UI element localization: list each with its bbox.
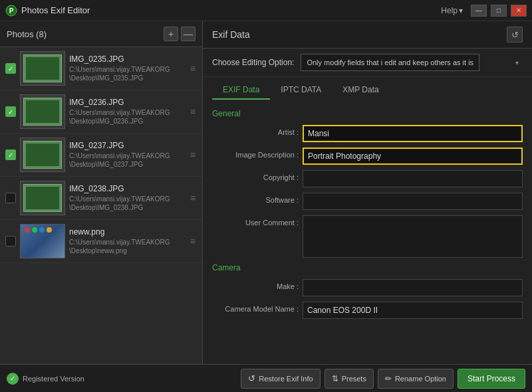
presets-button[interactable]: ⇅ Presets (325, 369, 374, 389)
list-item[interactable]: ✓ IMG_0237.JPG C:\Users\mansi.vijay.TWEA… (0, 134, 202, 177)
photo-menu-3[interactable]: ≡ (189, 149, 197, 160)
photo-menu-1[interactable]: ≡ (189, 63, 197, 74)
section-general-title: General (212, 109, 523, 118)
photo-checkbox-5[interactable] (5, 236, 16, 246)
software-input[interactable] (303, 193, 523, 210)
photos-header: Photos (8) + — (0, 21, 202, 47)
restore-icon: ↺ (248, 373, 255, 383)
image-desc-label: Image Description : (212, 147, 299, 159)
photo-name-3: IMG_0237.JPG (69, 141, 185, 150)
right-panel: Exif Data ↺ Choose Editing Option: Only … (203, 21, 532, 364)
photo-menu-5[interactable]: ≡ (189, 236, 197, 246)
list-item[interactable]: ✓ IMG_0235.JPG C:\Users\mansi.vijay.TWEA… (0, 47, 202, 90)
editing-option-select[interactable]: Only modify fields that i edit and keep … (301, 54, 479, 71)
app-title: Photos Exif Editor (21, 5, 90, 15)
status-text: Registered Version (23, 375, 84, 383)
list-item[interactable]: IMG_0238.JPG C:\Users\mansi.vijay.TWEAKO… (0, 177, 202, 220)
artist-row: Artist : (212, 125, 523, 142)
left-panel: Photos (8) + — ✓ IMG_0235.JPG C:\Users\m… (0, 21, 203, 364)
make-label: Make : (212, 279, 299, 290)
editing-option-label: Choose Editing Option: (212, 58, 294, 67)
artist-input[interactable] (303, 125, 523, 142)
copyright-label: Copyright : (212, 170, 299, 181)
list-item[interactable]: neww.png C:\Users\mansi.vijay.TWEAKORG\D… (0, 220, 202, 263)
restore-exif-button[interactable]: ↺ Restore Exif Info (241, 369, 320, 389)
app-icon: P (5, 5, 17, 17)
camera-model-input[interactable] (303, 302, 523, 319)
photo-menu-4[interactable]: ≡ (189, 193, 197, 203)
exif-header: Exif Data ↺ (203, 21, 532, 49)
window-controls: — □ ✕ (471, 5, 527, 17)
tab-xmp-data[interactable]: XMP Data (332, 81, 389, 100)
photo-info-1: IMG_0235.JPG C:\Users\mansi.vijay.TWEAKO… (69, 54, 185, 82)
close-button[interactable]: ✕ (511, 5, 527, 17)
photo-thumbnail-4 (20, 181, 65, 215)
photo-thumbnail-5 (20, 224, 65, 258)
software-label: Software : (212, 193, 299, 204)
photo-path-2: C:\Users\mansi.vijay.TWEAKORG\Desktop\IM… (69, 108, 185, 126)
photo-thumbnail-1 (20, 51, 65, 86)
list-item[interactable]: ✓ IMG_0236.JPG C:\Users\mansi.vijay.TWEA… (0, 90, 202, 134)
photo-thumbnail-2 (20, 94, 65, 129)
presets-icon: ⇅ (332, 374, 338, 383)
photo-checkbox-4[interactable] (5, 193, 16, 203)
photo-path-3: C:\Users\mansi.vijay.TWEAKORG\Desktop\IM… (69, 151, 185, 169)
copyright-row: Copyright : (212, 170, 523, 187)
svg-text:P: P (9, 7, 14, 15)
user-comment-row: User Comment : (212, 215, 523, 258)
minimize-button[interactable]: — (471, 5, 487, 17)
photo-info-3: IMG_0237.JPG C:\Users\mansi.vijay.TWEAKO… (69, 141, 185, 169)
editing-option-wrapper: Only modify fields that i edit and keep … (301, 54, 523, 71)
photo-checkbox-1[interactable]: ✓ (5, 63, 16, 74)
title-bar-left: P Photos Exif Editor (5, 5, 90, 17)
title-bar-right: Help ▾ — □ ✕ (441, 5, 527, 17)
photos-header-btns: + — (164, 27, 196, 41)
rename-icon: ✏ (385, 374, 392, 383)
photo-menu-2[interactable]: ≡ (189, 106, 197, 117)
add-photo-button[interactable]: + (164, 27, 178, 41)
photo-thumbnail-3 (20, 138, 65, 172)
make-input[interactable] (303, 279, 523, 296)
tab-iptc-data[interactable]: IPTC DATA (270, 81, 332, 100)
photo-name-1: IMG_0235.JPG (69, 54, 185, 64)
editing-option-row: Choose Editing Option: Only modify field… (203, 49, 532, 77)
photos-count: Photos (8) (7, 29, 47, 39)
make-row: Make : (212, 279, 523, 296)
help-button[interactable]: Help ▾ (441, 6, 463, 15)
maximize-button[interactable]: □ (491, 5, 507, 17)
registered-icon: ✓ (7, 373, 19, 385)
status-area: ✓ Registered Version (7, 373, 237, 385)
camera-model-label: Camera Model Name : (212, 302, 299, 313)
main-layout: Photos (8) + — ✓ IMG_0235.JPG C:\Users\m… (0, 21, 532, 364)
photo-info-4: IMG_0238.JPG C:\Users\mansi.vijay.TWEAKO… (69, 184, 185, 212)
photo-checkbox-2[interactable]: ✓ (5, 106, 16, 117)
photo-name-2: IMG_0236.JPG (69, 98, 185, 107)
refresh-button[interactable]: ↺ (507, 27, 523, 43)
photo-path-1: C:\Users\mansi.vijay.TWEAKORG\Desktop\IM… (69, 65, 185, 82)
title-bar: P Photos Exif Editor Help ▾ — □ ✕ (0, 0, 532, 21)
user-comment-label: User Comment : (212, 215, 299, 227)
photo-path-5: C:\Users\mansi.vijay.TWEAKORG\Desktop\ne… (69, 238, 185, 255)
copyright-input[interactable] (303, 170, 523, 187)
restore-label: Restore Exif Info (259, 375, 313, 383)
exif-title: Exif Data (212, 29, 250, 40)
artist-label: Artist : (212, 125, 299, 136)
photo-path-4: C:\Users\mansi.vijay.TWEAKORG\Desktop\IM… (69, 195, 185, 212)
photo-list: ✓ IMG_0235.JPG C:\Users\mansi.vijay.TWEA… (0, 47, 202, 364)
select-arrow-icon: ▾ (515, 59, 519, 66)
form-area: General Artist : Image Description : Cop… (203, 100, 532, 364)
image-description-input[interactable] (303, 147, 523, 165)
rename-option-button[interactable]: ✏ Rename Option (378, 369, 454, 389)
photo-checkbox-3[interactable]: ✓ (5, 149, 16, 160)
remove-photo-button[interactable]: — (181, 27, 196, 41)
camera-model-row: Camera Model Name : (212, 302, 523, 319)
user-comment-input[interactable] (303, 215, 523, 258)
software-row: Software : (212, 193, 523, 210)
photo-info-5: neww.png C:\Users\mansi.vijay.TWEAKORG\D… (69, 227, 185, 255)
start-process-button[interactable]: Start Process (458, 369, 525, 389)
photo-info-2: IMG_0236.JPG C:\Users\mansi.vijay.TWEAKO… (69, 98, 185, 126)
tab-exif-data[interactable]: EXIF Data (212, 81, 270, 100)
rename-label: Rename Option (395, 375, 446, 383)
photo-name-5: neww.png (69, 227, 185, 237)
presets-label: Presets (342, 375, 366, 383)
